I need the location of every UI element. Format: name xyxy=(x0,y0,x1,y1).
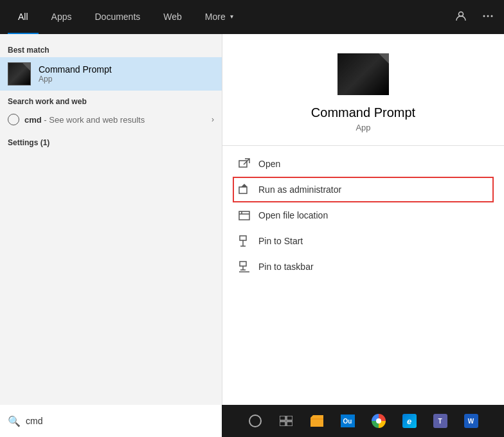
action-open[interactable]: Open xyxy=(233,151,494,177)
svg-rect-17 xyxy=(280,416,285,420)
taskbar-items: Ou e T W xyxy=(222,405,504,437)
open-icon xyxy=(238,157,251,170)
result-name: Command Prompt xyxy=(39,64,214,75)
svg-rect-18 xyxy=(287,416,292,420)
command-prompt-result[interactable]: Command Prompt App xyxy=(0,57,222,91)
nav-tab-all[interactable]: All xyxy=(8,0,39,34)
svg-point-3 xyxy=(491,15,493,17)
file-explorer-button[interactable] xyxy=(303,407,331,435)
svg-point-1 xyxy=(483,15,485,17)
left-panel: Best match Command Prompt App Search wor… xyxy=(0,34,222,405)
start-circle-icon xyxy=(249,415,262,427)
action-open-file-label: Open file location xyxy=(258,210,328,220)
pin-taskbar-icon xyxy=(238,260,251,273)
action-run-admin[interactable]: Run as administrator xyxy=(233,177,494,202)
search-work-item[interactable]: cmd - See work and web results › xyxy=(8,110,214,129)
svg-rect-13 xyxy=(240,262,246,266)
best-match-label: Best match xyxy=(0,42,222,57)
outlook-button[interactable]: Ou xyxy=(334,407,362,435)
word-icon: W xyxy=(464,414,478,428)
main-area: Best match Command Prompt App Search wor… xyxy=(0,34,504,405)
app-type: App xyxy=(356,123,370,132)
chrome-button[interactable] xyxy=(364,407,393,435)
nav-tab-web[interactable]: Web xyxy=(153,0,192,34)
teams-icon: T xyxy=(433,414,447,428)
search-desc: - See work and web results xyxy=(42,115,145,125)
search-query: cmd xyxy=(24,115,42,125)
action-open-label: Open xyxy=(258,159,280,169)
command-prompt-result-text: Command Prompt App xyxy=(39,64,214,84)
taskbar-search-box[interactable]: 🔍 cmd xyxy=(0,405,222,437)
svg-marker-7 xyxy=(241,184,248,187)
search-work-section: Search work and web cmd - See work and w… xyxy=(0,91,222,132)
run-admin-icon xyxy=(238,183,251,196)
app-title: Command Prompt xyxy=(311,105,415,120)
nav-right-icons xyxy=(453,8,496,27)
teams-button[interactable]: T xyxy=(426,407,455,435)
task-view-button[interactable] xyxy=(272,407,300,435)
start-button[interactable] xyxy=(241,407,269,435)
svg-rect-6 xyxy=(239,187,247,193)
open-file-icon xyxy=(238,209,251,222)
edge-button[interactable]: e xyxy=(395,407,424,435)
taskbar: 🔍 cmd Ou e xyxy=(0,405,504,437)
ellipsis-icon[interactable] xyxy=(480,8,496,27)
result-sub: App xyxy=(39,75,214,84)
svg-rect-10 xyxy=(240,236,246,240)
nav-tab-apps[interactable]: Apps xyxy=(41,0,82,34)
app-icon-large xyxy=(338,53,389,95)
search-circle-icon xyxy=(8,114,19,125)
svg-rect-4 xyxy=(239,161,247,167)
action-pin-start[interactable]: Pin to Start xyxy=(233,228,494,254)
taskbar-search-text: cmd xyxy=(26,416,42,426)
file-explorer-icon xyxy=(310,415,324,427)
chrome-icon xyxy=(372,414,386,428)
action-pin-taskbar-label: Pin to taskbar xyxy=(258,262,314,272)
search-work-label: Search work and web xyxy=(8,97,214,106)
command-prompt-icon xyxy=(8,62,31,85)
settings-label: Settings (1) xyxy=(8,138,214,147)
divider xyxy=(222,145,504,146)
outlook-icon: Ou xyxy=(341,415,355,427)
svg-rect-8 xyxy=(239,211,249,220)
chevron-right-icon: › xyxy=(212,115,214,124)
action-pin-taskbar[interactable]: Pin to taskbar xyxy=(233,254,494,280)
chevron-down-icon: ▾ xyxy=(230,13,233,20)
action-pin-start-label: Pin to Start xyxy=(258,236,303,246)
action-run-admin-label: Run as administrator xyxy=(258,184,341,195)
taskbar-search-icon: 🔍 xyxy=(8,415,21,427)
right-panel: Command Prompt App Open xyxy=(222,34,504,405)
pin-start-icon xyxy=(238,235,251,247)
action-open-file[interactable]: Open file location xyxy=(233,202,494,228)
nav-tab-more[interactable]: More ▾ xyxy=(195,0,244,34)
search-work-text: cmd - See work and web results xyxy=(24,115,206,125)
action-list: Open Run as administrator xyxy=(222,151,504,280)
edge-icon: e xyxy=(402,414,417,428)
word-button[interactable]: W xyxy=(457,407,485,435)
top-nav: All Apps Documents Web More ▾ xyxy=(0,0,504,34)
nav-tab-documents[interactable]: Documents xyxy=(84,0,150,34)
task-view-icon xyxy=(280,416,292,426)
svg-rect-20 xyxy=(287,422,292,426)
svg-rect-19 xyxy=(280,422,285,426)
person-icon[interactable] xyxy=(453,8,469,27)
svg-point-2 xyxy=(487,15,489,17)
settings-section: Settings (1) xyxy=(0,132,222,150)
